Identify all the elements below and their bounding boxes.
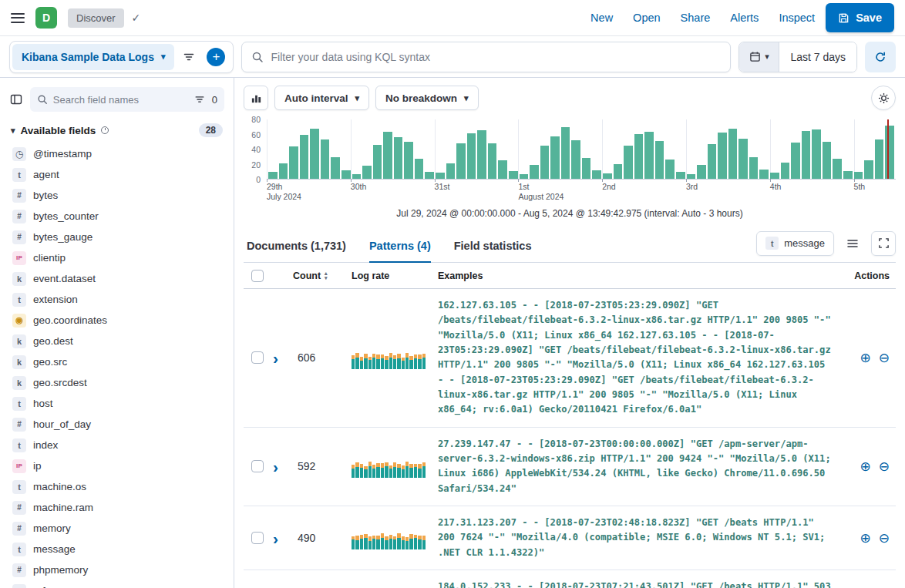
- filter-for-pattern-button[interactable]: ⊕: [860, 351, 871, 365]
- expand-row-button[interactable]: ›: [271, 349, 278, 367]
- breakdown-select[interactable]: No breakdown ▾: [375, 86, 479, 110]
- count-column-header[interactable]: Count: [293, 270, 321, 281]
- menu-icon[interactable]: [11, 13, 25, 23]
- field-filter-icon[interactable]: [194, 94, 205, 105]
- kql-input[interactable]: [271, 51, 721, 63]
- field-item-machine.os[interactable]: tmachine.os: [9, 476, 224, 497]
- chevron-down-icon[interactable]: ▾: [11, 126, 15, 135]
- row-checkbox[interactable]: [251, 351, 264, 364]
- select-all-checkbox[interactable]: [251, 270, 264, 282]
- date-picker-calendar-button[interactable]: ▾: [739, 42, 779, 72]
- breadcrumb[interactable]: Discover: [68, 8, 124, 28]
- field-item-phpmemory[interactable]: #phpmemory: [9, 559, 224, 580]
- field-item-geo.dest[interactable]: kgeo.dest: [9, 331, 224, 351]
- field-item-extension[interactable]: textension: [9, 289, 224, 310]
- text-field-icon: t: [12, 480, 26, 494]
- histogram-bar: [331, 157, 340, 179]
- display-options-button[interactable]: [840, 231, 865, 256]
- field-item-machine.ram[interactable]: #machine.ram: [9, 497, 224, 518]
- field-name: referer: [33, 585, 64, 588]
- expand-row-button[interactable]: ›: [271, 529, 278, 547]
- filter-out-pattern-button[interactable]: ⊖: [879, 532, 890, 545]
- sort-icon[interactable]: ▴▾: [325, 271, 328, 280]
- kql-search-bar[interactable]: [241, 42, 731, 72]
- histogram-bar: [791, 143, 800, 179]
- y-axis-label: 80: [251, 115, 261, 124]
- refresh-button[interactable]: [865, 42, 896, 72]
- field-item-bytes_counter[interactable]: #bytes_counter: [9, 206, 224, 227]
- time-range-button[interactable]: Last 7 days: [779, 42, 856, 72]
- histogram-plot[interactable]: [267, 119, 896, 180]
- tab-documents[interactable]: Documents (1,731): [247, 229, 346, 262]
- filter-out-pattern-button[interactable]: ⊖: [879, 351, 890, 365]
- field-search-input[interactable]: [53, 94, 189, 106]
- histogram-bar: [477, 130, 486, 179]
- add-filter-button[interactable]: +: [207, 48, 225, 66]
- field-item-bytes[interactable]: #bytes: [9, 185, 224, 206]
- topnav-links: NewOpenShareAlertsInspect: [590, 12, 815, 24]
- tab-field-statistics[interactable]: Field statistics: [454, 229, 532, 262]
- tab-patterns[interactable]: Patterns (4): [369, 229, 431, 262]
- interval-select[interactable]: Auto interval ▾: [274, 86, 369, 110]
- field-item-memory[interactable]: #memory: [9, 518, 224, 539]
- row-checkbox[interactable]: [251, 460, 264, 472]
- field-item-bytes_gauge[interactable]: #bytes_gauge: [9, 227, 224, 247]
- field-name: bytes_counter: [33, 210, 99, 222]
- histogram-bar: [530, 165, 539, 179]
- field-search[interactable]: 0: [30, 87, 224, 112]
- field-name: machine.ram: [33, 502, 93, 513]
- histogram-bar: [603, 173, 612, 179]
- patterns-table-body: ›606162.127.63.105 - - [2018-07-23T05:23…: [244, 289, 896, 588]
- histogram-bar: [770, 173, 779, 179]
- field-item-geo.coordinates[interactable]: ◉geo.coordinates: [9, 310, 224, 331]
- x-axis-label: 2nd: [602, 182, 616, 192]
- field-item-referer[interactable]: treferer: [9, 580, 224, 588]
- field-item-event.dataset[interactable]: kevent.dataset: [9, 268, 224, 289]
- field-item-geo.srcdest[interactable]: kgeo.srcdest: [9, 372, 224, 393]
- nav-link-inspect[interactable]: Inspect: [779, 12, 815, 24]
- nav-link-alerts[interactable]: Alerts: [730, 12, 759, 24]
- available-fields-header: ▾ Available fields 28: [11, 123, 223, 137]
- field-item-message[interactable]: tmessage: [9, 539, 224, 559]
- field-item-@timestamp[interactable]: ◷@timestamp: [9, 143, 224, 164]
- filter-for-pattern-button[interactable]: ⊕: [860, 460, 871, 473]
- histogram-chart: 020406080 29thJuly 202430th31st1stAugust…: [244, 119, 896, 201]
- saved-query-menu-button[interactable]: [177, 45, 200, 69]
- histogram-bar: [843, 171, 853, 179]
- field-item-ip[interactable]: IPip: [9, 455, 224, 476]
- field-item-clientip[interactable]: IPclientip: [9, 247, 224, 268]
- field-item-hour_of_day[interactable]: #hour_of_day: [9, 414, 224, 435]
- keyword-field-icon: k: [12, 272, 26, 286]
- nav-link-new[interactable]: New: [590, 12, 613, 24]
- field-item-geo.src[interactable]: kgeo.src: [9, 351, 224, 372]
- histogram-bar: [592, 170, 601, 179]
- text-field-icon: t: [12, 293, 26, 307]
- expand-row-button[interactable]: ›: [271, 458, 278, 475]
- field-item-agent[interactable]: tagent: [9, 164, 224, 185]
- data-view-picker[interactable]: Kibana Sample Data Logs ▾: [12, 44, 174, 70]
- nav-link-open[interactable]: Open: [633, 12, 660, 24]
- y-axis: 020406080: [244, 119, 262, 180]
- histogram-bar: [436, 173, 445, 179]
- field-item-host[interactable]: thost: [9, 393, 224, 414]
- nav-link-share[interactable]: Share: [681, 12, 711, 24]
- keyword-field-icon: k: [12, 334, 26, 348]
- histogram-bar: [833, 159, 842, 179]
- interval-label: Auto interval: [284, 92, 348, 104]
- row-checkbox[interactable]: [251, 532, 264, 544]
- fullscreen-button[interactable]: [871, 231, 896, 256]
- bar-chart-icon: [251, 92, 262, 104]
- collapse-sidebar-button[interactable]: [9, 89, 24, 109]
- chart-options-button[interactable]: [871, 86, 896, 110]
- pattern-example: 184.0.152.233 - - [2018-07-23T07:21:43.5…: [438, 580, 846, 588]
- y-axis-label: 40: [251, 145, 261, 154]
- histogram-bar: [875, 139, 884, 179]
- save-button[interactable]: Save: [826, 3, 894, 32]
- space-avatar[interactable]: D: [35, 7, 57, 29]
- histogram-bar: [644, 132, 654, 179]
- filter-out-pattern-button[interactable]: ⊖: [879, 460, 890, 473]
- field-item-index[interactable]: tindex: [9, 435, 224, 455]
- filter-for-pattern-button[interactable]: ⊕: [860, 532, 871, 545]
- selected-field-badge[interactable]: t message: [756, 231, 834, 256]
- chart-toggle-button[interactable]: [244, 86, 268, 110]
